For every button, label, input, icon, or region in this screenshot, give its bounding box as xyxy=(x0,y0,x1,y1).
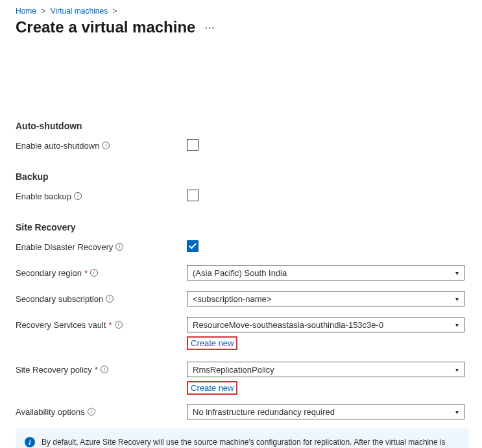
secondary-region-dropdown[interactable]: (Asia Pacific) South India ▾ xyxy=(187,265,464,280)
availability-value: No infrastructure redundancy required xyxy=(193,407,335,417)
page-title: Create a virtual machine xyxy=(16,18,195,36)
policy-value: RmsReplicationPolicy xyxy=(193,365,274,375)
breadcrumb-vms[interactable]: Virtual machines xyxy=(51,6,108,16)
vault-label: Recovery Services vault xyxy=(16,320,106,330)
highlight-box: Create new xyxy=(187,381,237,395)
info-icon[interactable] xyxy=(101,366,108,373)
info-banner-icon: i xyxy=(25,437,35,447)
secondary-region-label: Secondary region xyxy=(16,268,82,278)
breadcrumb-sep: > xyxy=(41,6,45,16)
availability-dropdown[interactable]: No infrastructure redundancy required ▾ xyxy=(187,404,464,419)
required-marker: * xyxy=(84,268,88,278)
secondary-subscription-dropdown[interactable]: <subscription-name> ▾ xyxy=(187,291,464,306)
policy-create-new-link[interactable]: Create new xyxy=(188,382,236,393)
chevron-down-icon: ▾ xyxy=(455,408,459,416)
chevron-down-icon: ▾ xyxy=(455,366,459,373)
chevron-down-icon: ▾ xyxy=(455,269,459,277)
policy-label: Site Recovery policy xyxy=(16,365,92,375)
secondary-subscription-value: <subscription-name> xyxy=(193,294,271,304)
chevron-down-icon: ▾ xyxy=(455,321,459,329)
info-icon[interactable] xyxy=(88,408,95,416)
required-marker: * xyxy=(108,320,112,330)
section-auto-shutdown-title: Auto-shutdown xyxy=(16,121,469,131)
info-icon[interactable] xyxy=(74,192,82,200)
info-icon[interactable] xyxy=(106,295,114,303)
enable-dr-checkbox[interactable] xyxy=(187,240,199,252)
info-icon[interactable] xyxy=(102,142,110,149)
secondary-subscription-label: Secondary subscription xyxy=(16,294,103,304)
vault-value: ResourceMove-southeastasia-southindia-15… xyxy=(193,320,383,330)
secondary-region-value: (Asia Pacific) South India xyxy=(193,268,287,278)
vault-create-new-link[interactable]: Create new xyxy=(188,338,236,349)
info-banner-text: By default, Azure Site Recovery will use… xyxy=(42,436,460,448)
enable-backup-label: Enable backup xyxy=(16,192,71,201)
enable-auto-shutdown-label: Enable auto-shutdown xyxy=(16,141,99,151)
breadcrumb-home[interactable]: Home xyxy=(16,6,36,16)
required-marker: * xyxy=(95,365,98,375)
info-icon[interactable] xyxy=(115,243,123,251)
info-icon[interactable] xyxy=(115,321,123,329)
breadcrumb-sep: > xyxy=(113,6,117,16)
breadcrumb: Home > Virtual machines > xyxy=(16,6,469,16)
more-actions-icon[interactable]: ⋯ xyxy=(204,21,215,34)
info-icon[interactable] xyxy=(90,269,98,277)
chevron-down-icon: ▾ xyxy=(455,295,459,303)
policy-dropdown[interactable]: RmsReplicationPolicy ▾ xyxy=(187,362,464,377)
enable-dr-label: Enable Disaster Recovery xyxy=(16,242,113,252)
enable-backup-checkbox[interactable] xyxy=(187,190,199,201)
vault-dropdown[interactable]: ResourceMove-southeastasia-southindia-15… xyxy=(187,317,464,332)
section-backup-title: Backup xyxy=(16,171,469,182)
availability-label: Availability options xyxy=(16,407,85,417)
section-site-recovery-title: Site Recovery xyxy=(16,222,469,232)
enable-auto-shutdown-checkbox[interactable] xyxy=(187,139,199,151)
highlight-box: Create new xyxy=(187,336,237,350)
info-banner[interactable]: i By default, Azure Site Recovery will u… xyxy=(16,429,469,448)
